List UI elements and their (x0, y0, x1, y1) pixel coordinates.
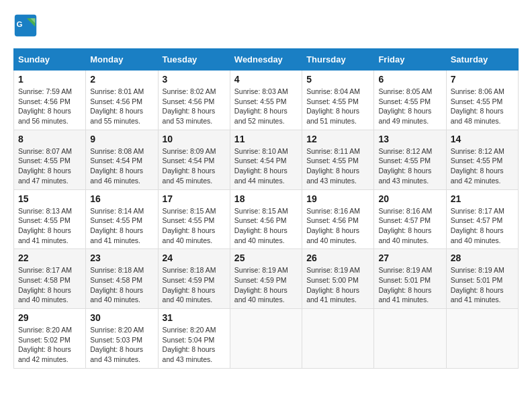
calendar-cell: 11 Sunrise: 8:10 AM Sunset: 4:54 PM Dayl… (230, 130, 302, 189)
daylight-label: Daylight: 8 hours and 41 minutes. (18, 226, 71, 244)
calendar-cell: 5 Sunrise: 8:04 AM Sunset: 4:55 PM Dayli… (302, 71, 374, 130)
daylight-label: Daylight: 8 hours and 56 minutes. (18, 107, 71, 125)
day-info: Sunrise: 8:13 AM Sunset: 4:55 PM Dayligh… (18, 206, 81, 246)
day-info: Sunrise: 8:04 AM Sunset: 4:55 PM Dayligh… (306, 87, 369, 126)
sunset-label: Sunset: 4:58 PM (18, 276, 71, 284)
calendar-cell: 19 Sunrise: 8:16 AM Sunset: 4:56 PM Dayl… (302, 189, 374, 249)
weekday-header-tuesday: Tuesday (158, 49, 230, 71)
sunrise-label: Sunrise: 8:19 AM (378, 266, 432, 274)
day-info: Sunrise: 8:02 AM Sunset: 4:56 PM Dayligh… (163, 87, 226, 126)
daylight-label: Daylight: 8 hours and 41 minutes. (90, 226, 143, 244)
sunset-label: Sunset: 5:04 PM (163, 336, 215, 344)
day-number: 6 (378, 74, 441, 85)
day-number: 28 (451, 253, 514, 263)
calendar-cell (446, 309, 518, 369)
calendar-cell: 23 Sunrise: 8:18 AM Sunset: 4:58 PM Dayl… (86, 249, 158, 309)
sunset-label: Sunset: 4:55 PM (90, 216, 142, 224)
sunset-label: Sunset: 4:55 PM (378, 97, 431, 105)
sunset-label: Sunset: 4:55 PM (306, 97, 359, 105)
sunrise-label: Sunrise: 8:11 AM (306, 147, 360, 155)
sunset-label: Sunset: 4:59 PM (234, 276, 287, 284)
daylight-label: Daylight: 8 hours and 43 minutes. (378, 167, 431, 185)
day-number: 21 (451, 193, 514, 204)
weekday-header-friday: Friday (374, 49, 446, 71)
day-number: 7 (451, 74, 514, 85)
sunrise-label: Sunrise: 8:19 AM (234, 266, 288, 274)
sunset-label: Sunset: 4:55 PM (234, 97, 287, 105)
calendar-cell: 13 Sunrise: 8:12 AM Sunset: 4:55 PM Dayl… (374, 130, 446, 189)
sunset-label: Sunset: 4:59 PM (163, 276, 215, 284)
sunset-label: Sunset: 4:55 PM (451, 97, 503, 105)
sunrise-label: Sunrise: 8:20 AM (90, 326, 144, 334)
svg-text:G: G (17, 19, 23, 28)
day-info: Sunrise: 8:15 AM Sunset: 4:55 PM Dayligh… (163, 206, 226, 246)
calendar-cell: 12 Sunrise: 8:11 AM Sunset: 4:55 PM Dayl… (302, 130, 374, 189)
sunrise-label: Sunrise: 8:18 AM (90, 266, 144, 274)
sunset-label: Sunset: 4:54 PM (163, 156, 215, 165)
day-number: 12 (306, 134, 369, 144)
daylight-label: Daylight: 8 hours and 45 minutes. (163, 167, 216, 185)
day-number: 10 (163, 134, 226, 144)
day-info: Sunrise: 8:16 AM Sunset: 4:57 PM Dayligh… (378, 206, 441, 246)
calendar-cell: 2 Sunrise: 8:01 AM Sunset: 4:56 PM Dayli… (86, 71, 158, 130)
calendar-cell: 9 Sunrise: 8:08 AM Sunset: 4:54 PM Dayli… (86, 130, 158, 189)
sunrise-label: Sunrise: 8:19 AM (451, 266, 504, 274)
weekday-header-sunday: Sunday (14, 49, 86, 71)
sunrise-label: Sunrise: 8:12 AM (451, 147, 504, 155)
calendar-cell (374, 309, 446, 369)
day-info: Sunrise: 8:05 AM Sunset: 4:55 PM Dayligh… (378, 87, 441, 126)
sunset-label: Sunset: 5:01 PM (378, 276, 431, 284)
daylight-label: Daylight: 8 hours and 40 minutes. (234, 286, 287, 304)
page-header: G (13, 13, 519, 38)
calendar-cell: 26 Sunrise: 8:19 AM Sunset: 5:00 PM Dayl… (302, 249, 374, 309)
sunset-label: Sunset: 4:55 PM (306, 156, 359, 165)
day-info: Sunrise: 8:19 AM Sunset: 5:01 PM Dayligh… (378, 265, 441, 305)
sunrise-label: Sunrise: 8:09 AM (163, 147, 216, 155)
sunset-label: Sunset: 4:56 PM (90, 97, 142, 105)
sunset-label: Sunset: 4:55 PM (163, 216, 215, 224)
daylight-label: Daylight: 8 hours and 53 minutes. (163, 107, 216, 125)
day-info: Sunrise: 8:03 AM Sunset: 4:55 PM Dayligh… (234, 87, 298, 126)
day-info: Sunrise: 8:09 AM Sunset: 4:54 PM Dayligh… (163, 146, 226, 186)
daylight-label: Daylight: 8 hours and 43 minutes. (90, 345, 143, 363)
calendar-cell: 14 Sunrise: 8:12 AM Sunset: 4:55 PM Dayl… (446, 130, 518, 189)
day-info: Sunrise: 8:17 AM Sunset: 4:57 PM Dayligh… (451, 206, 514, 246)
calendar-cell: 16 Sunrise: 8:14 AM Sunset: 4:55 PM Dayl… (86, 189, 158, 249)
calendar-cell: 4 Sunrise: 8:03 AM Sunset: 4:55 PM Dayli… (230, 71, 302, 130)
sunset-label: Sunset: 5:02 PM (18, 336, 71, 344)
day-number: 27 (378, 253, 441, 263)
calendar-cell: 28 Sunrise: 8:19 AM Sunset: 5:01 PM Dayl… (446, 249, 518, 309)
daylight-label: Daylight: 8 hours and 40 minutes. (306, 226, 359, 244)
sunrise-label: Sunrise: 8:19 AM (306, 266, 360, 274)
daylight-label: Daylight: 8 hours and 55 minutes. (90, 107, 143, 125)
day-info: Sunrise: 8:10 AM Sunset: 4:54 PM Dayligh… (234, 146, 298, 186)
calendar-cell: 6 Sunrise: 8:05 AM Sunset: 4:55 PM Dayli… (374, 71, 446, 130)
day-info: Sunrise: 8:20 AM Sunset: 5:02 PM Dayligh… (18, 325, 81, 365)
day-info: Sunrise: 8:18 AM Sunset: 4:59 PM Dayligh… (163, 265, 226, 305)
daylight-label: Daylight: 8 hours and 51 minutes. (306, 107, 359, 125)
day-number: 9 (90, 134, 153, 144)
day-number: 29 (18, 312, 81, 323)
daylight-label: Daylight: 8 hours and 52 minutes. (234, 107, 287, 125)
sunrise-label: Sunrise: 8:15 AM (234, 207, 288, 215)
day-number: 2 (90, 74, 153, 85)
logo-icon: G (13, 13, 38, 38)
daylight-label: Daylight: 8 hours and 43 minutes. (163, 345, 216, 363)
sunset-label: Sunset: 4:55 PM (18, 216, 71, 224)
calendar-cell: 30 Sunrise: 8:20 AM Sunset: 5:03 PM Dayl… (86, 309, 158, 369)
sunset-label: Sunset: 4:57 PM (378, 216, 431, 224)
sunrise-label: Sunrise: 8:16 AM (378, 207, 432, 215)
day-number: 23 (90, 253, 153, 263)
sunrise-label: Sunrise: 8:17 AM (451, 207, 504, 215)
day-number: 19 (306, 193, 369, 204)
daylight-label: Daylight: 8 hours and 40 minutes. (451, 226, 504, 244)
day-number: 15 (18, 193, 81, 204)
sunrise-label: Sunrise: 8:20 AM (163, 326, 216, 334)
day-number: 1 (18, 74, 81, 85)
calendar-cell: 10 Sunrise: 8:09 AM Sunset: 4:54 PM Dayl… (158, 130, 230, 189)
sunrise-label: Sunrise: 8:08 AM (90, 147, 144, 155)
day-number: 11 (234, 134, 298, 144)
calendar-cell: 8 Sunrise: 8:07 AM Sunset: 4:55 PM Dayli… (14, 130, 86, 189)
day-info: Sunrise: 8:19 AM Sunset: 5:00 PM Dayligh… (306, 265, 369, 305)
day-info: Sunrise: 8:08 AM Sunset: 4:54 PM Dayligh… (90, 146, 153, 186)
